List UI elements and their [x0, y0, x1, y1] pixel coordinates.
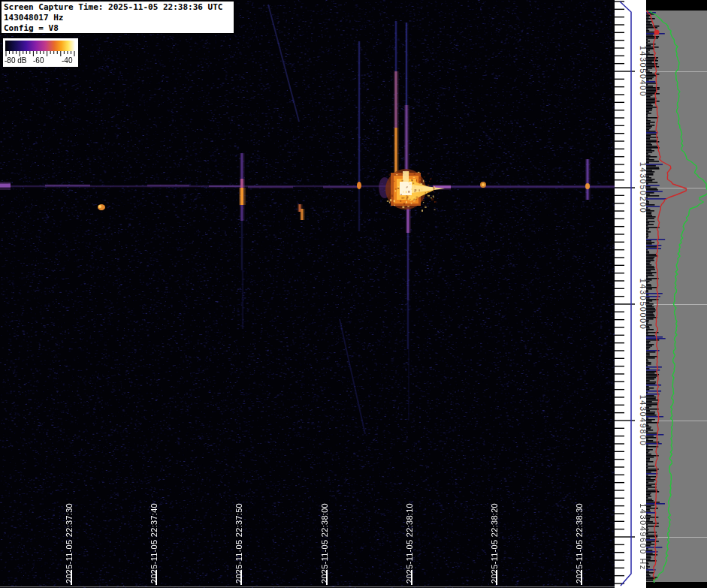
freq-tick-label: 143050000 [639, 279, 646, 330]
time-tick-label: 2025-11-05 22:38:00 [320, 503, 329, 583]
colorbar-gradient [5, 41, 75, 51]
config-text: Config = V8 [4, 23, 231, 34]
colorbar-label-max: -40 [62, 56, 72, 65]
capture-info-box: Screen Capture Time: 2025-11-05 22:38:36… [1, 1, 234, 34]
freq-tick-label: 143049600 Hz [639, 503, 646, 571]
time-tick-label: 2025-11-05 22:37:40 [150, 503, 159, 583]
time-tick-label: 2025-11-05 22:38:20 [490, 503, 499, 583]
frequency-axis: 1430504001430502001430500001430498001430… [615, 0, 646, 588]
colorbar-label-mid: -60 [33, 56, 44, 65]
time-tick-label: 2025-11-05 22:38:30 [575, 503, 584, 583]
spectrum-graph-panel [646, 0, 707, 588]
center-frequency-text: 143048017 Hz [4, 13, 231, 23]
time-tick-label: 2025-11-05 22:38:10 [405, 503, 414, 583]
freq-tick-label: 143050400 [639, 46, 646, 98]
freq-tick-label: 143050200 [639, 162, 646, 214]
spectrum-capture-window: 2025-11-05 22:37:302025-11-05 22:37:4020… [0, 0, 707, 588]
time-tick-label: 2025-11-05 22:37:50 [234, 503, 243, 583]
freq-tick-label: 143049800 [639, 395, 646, 447]
capture-time-text: Screen Capture Time: 2025-11-05 22:38:36… [4, 2, 231, 13]
waterfall-spectrogram [0, 0, 615, 588]
bottom-border [0, 586, 615, 587]
colorbar-legend: -80 dB -60 -40 [3, 38, 78, 67]
time-tick-label: 2025-11-05 22:37:30 [65, 503, 74, 583]
colorbar-label-min: -80 dB [5, 56, 26, 65]
